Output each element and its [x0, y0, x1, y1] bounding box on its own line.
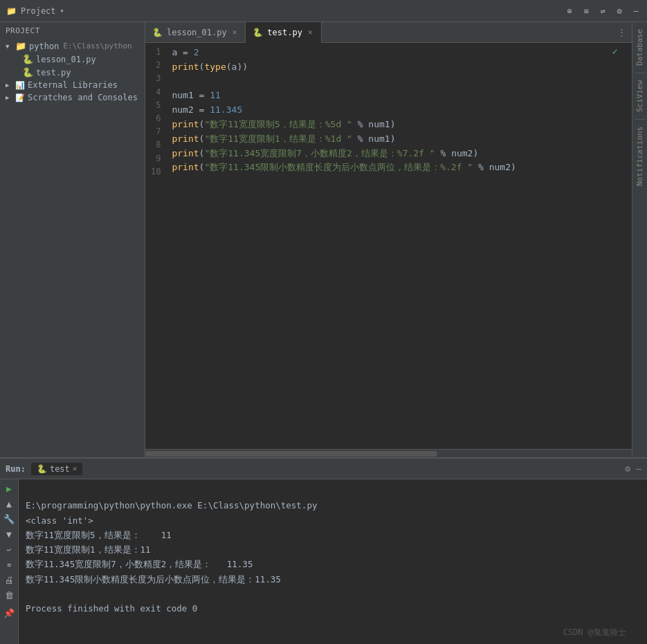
toolbar-dropdown-icon[interactable]: ▾ — [60, 7, 64, 15]
scratches-icon: 📝 — [15, 93, 25, 102]
lesson01-label: lesson_01.py — [36, 55, 96, 64]
toolbar-icons-right: ⊕ ≡ ⇌ ⚙ — — [564, 6, 647, 17]
list-icon[interactable]: ≡ — [581, 6, 592, 17]
run-wrench-button[interactable]: 🔧 — [3, 513, 15, 525]
run-side-buttons: ▶ ▲ 🔧 ▼ ↩ ≡ 🖨 🗑 📌 — [0, 479, 19, 644]
console-line-4: 数字11.345限制小数精度长度为后小数点两位，结果是：11.35 — [26, 574, 281, 585]
folder-icon: 📁 — [15, 41, 26, 51]
right-tab-sciview[interactable]: SciView — [633, 73, 646, 119]
arrow-right-icon2: ▶ — [6, 94, 12, 101]
top-toolbar: 📁 Project ▾ ⊕ ≡ ⇌ ⚙ — — [0, 0, 647, 22]
sidebar-title: Project — [0, 22, 145, 39]
sidebar-item-python-folder[interactable]: ▼ 📁 python E:\Class\python — [0, 39, 145, 53]
python-folder-path: E:\Class\python — [63, 42, 131, 50]
sidebar-item-testpy[interactable]: 🐍 test.py — [0, 66, 145, 79]
run-trash-button[interactable]: 🗑 — [3, 589, 15, 601]
run-tab-test[interactable]: 🐍 test ✕ — [31, 463, 83, 475]
editor-area: 🐍 lesson_01.py ✕ 🐍 test.py ✕ ⋮ 1 2 3 4 5… — [145, 22, 632, 457]
tab-lesson01[interactable]: 🐍 lesson_01.py ✕ — [145, 22, 246, 43]
tab-testpy[interactable]: 🐍 test.py ✕ — [246, 22, 321, 43]
run-scroll-up-button[interactable]: ▲ — [3, 497, 15, 510]
sidebar-item-scratches[interactable]: ▶ 📝 Scratches and Consoles — [0, 91, 145, 104]
run-tab-icon: 🐍 — [37, 464, 47, 474]
scratches-label: Scratches and Consoles — [28, 93, 138, 102]
add-icon[interactable]: ⊕ — [564, 6, 575, 17]
run-pin-button[interactable]: 📌 — [3, 607, 15, 619]
python-file-icon2: 🐍 — [22, 67, 33, 77]
testpy-label: test.py — [36, 68, 71, 77]
tab-lesson01-icon: 🐍 — [152, 28, 163, 37]
console-exit-message: Process finished with exit code 0 — [26, 603, 197, 614]
horizontal-scrollbar[interactable] — [145, 449, 632, 457]
run-play-button[interactable]: ▶ — [3, 482, 15, 495]
file-saved-checkmark: ✓ — [612, 46, 618, 57]
sidebar-item-lesson01[interactable]: 🐍 lesson_01.py — [0, 53, 145, 66]
right-tab-notifications[interactable]: Notifications — [633, 120, 646, 193]
console-line-2: 数字11宽度限制1，结果是：11 — [26, 544, 151, 555]
sidebar-item-external-libs[interactable]: ▶ 📊 External Libraries — [0, 79, 145, 91]
main-area: Project ▼ 📁 python E:\Class\python 🐍 les… — [0, 22, 647, 457]
run-label: Run: — [6, 464, 26, 474]
external-libs-icon: 📊 — [15, 81, 25, 90]
sidebar-title-label: Project — [6, 26, 40, 35]
run-tab-label: test — [50, 464, 70, 474]
line-numbers: 1 2 3 4 5 6 7 8 9 10 — [145, 43, 166, 449]
run-main: ▶ ▲ 🔧 ▼ ↩ ≡ 🖨 🗑 📌 E:\programming\python\… — [0, 479, 647, 644]
sync-icon[interactable]: ⇌ — [597, 6, 608, 17]
toolbar-left: 📁 Project ▾ — [0, 6, 138, 17]
run-print-button[interactable]: 🖨 — [3, 573, 15, 586]
tab-bar: 🐍 lesson_01.py ✕ 🐍 test.py ✕ ⋮ — [145, 22, 632, 43]
console-line-class: <class 'int'> — [26, 515, 93, 526]
toolbar-project-label: Project — [21, 6, 56, 16]
run-settings-icon[interactable]: ⚙ — [625, 463, 630, 474]
code-editor[interactable]: 1 2 3 4 5 6 7 8 9 10 a = 2 print(type(a)… — [145, 43, 632, 449]
tab-testpy-label: test.py — [267, 28, 302, 37]
run-toolbar: Run: 🐍 test ✕ ⚙ — — [0, 459, 647, 479]
settings-icon[interactable]: ⚙ — [614, 6, 625, 17]
tab-testpy-icon: 🐍 — [253, 28, 263, 37]
run-minimize-icon[interactable]: — — [636, 463, 641, 474]
arrow-down-icon: ▼ — [6, 43, 12, 50]
minimize-icon[interactable]: — — [630, 6, 641, 17]
run-wrap-button[interactable]: ↩ — [3, 543, 15, 555]
right-panel: Database SciView Notifications — [632, 22, 647, 457]
run-tab-close[interactable]: ✕ — [73, 464, 78, 473]
external-libs-label: External Libraries — [28, 80, 118, 90]
console-line-1: 数字11宽度限制5，结果是： 11 — [26, 530, 172, 540]
sidebar: Project ▼ 📁 python E:\Class\python 🐍 les… — [0, 22, 145, 457]
arrow-right-icon: ▶ — [6, 82, 12, 89]
console-line-3: 数字11.345宽度限制7，小数精度2，结果是： 11.35 — [26, 559, 253, 569]
python-folder-label: python — [29, 42, 59, 51]
tab-more-button[interactable]: ⋮ — [612, 27, 632, 37]
right-tab-database[interactable]: Database — [633, 22, 646, 73]
run-scroll-down-button[interactable]: ▼ — [3, 528, 15, 540]
run-panel: Run: 🐍 test ✕ ⚙ — ▶ ▲ 🔧 ▼ ↩ ≡ 🖨 🗑 📌 E:\p… — [0, 457, 647, 644]
tab-lesson01-close[interactable]: ✕ — [231, 27, 239, 37]
tab-testpy-close[interactable]: ✕ — [307, 27, 314, 37]
console-line-path: E:\programming\python\python.exe E:\Clas… — [26, 500, 317, 510]
tab-lesson01-label: lesson_01.py — [167, 28, 227, 37]
run-toolbar-right: ⚙ — — [625, 463, 641, 474]
code-content[interactable]: a = 2 print(type(a)) num1 = 11 num2 = 11… — [166, 43, 632, 449]
h-scroll-thumb[interactable] — [145, 451, 437, 457]
run-list-button[interactable]: ≡ — [3, 558, 15, 571]
python-file-icon: 🐍 — [22, 54, 33, 64]
console-output: E:\programming\python\python.exe E:\Clas… — [19, 479, 647, 644]
project-folder-icon: 📁 — [6, 6, 17, 17]
watermark: CSDN @鬼鬼骑士 — [563, 627, 626, 638]
